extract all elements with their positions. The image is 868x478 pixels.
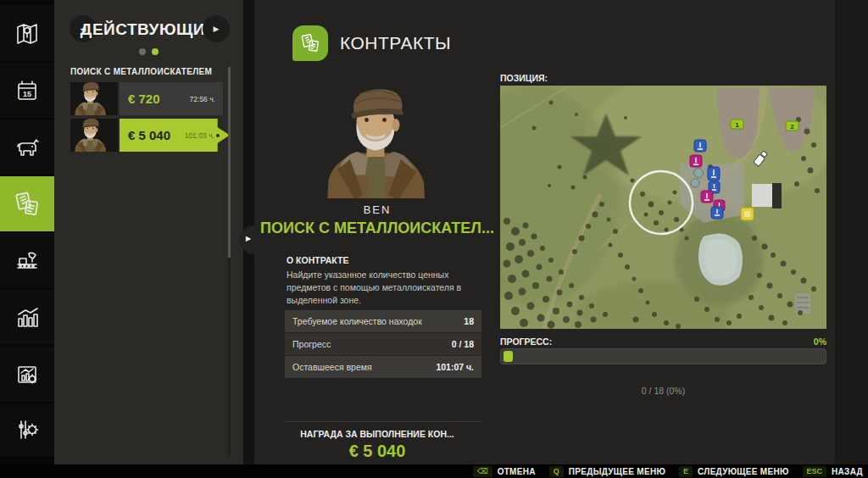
sidebar-item-calendar[interactable]: 15: [0, 63, 54, 118]
detail-value: 0 / 18: [452, 339, 474, 349]
marker-blue: [711, 207, 723, 219]
cow-icon: [13, 133, 42, 162]
detail-label: Прогресс: [292, 339, 452, 349]
detail-value: 18: [464, 316, 474, 326]
svg-text:1: 1: [735, 121, 738, 129]
progress-label: ПРОГРЕСС:: [500, 336, 552, 347]
marker-blue: [694, 140, 706, 152]
table-row: Прогресс 0 / 18: [285, 333, 481, 355]
hint-back[interactable]: ESC НАЗАД: [803, 466, 863, 477]
table-row: Требуемое количество находок 18: [285, 310, 481, 332]
progress-percent: 0%: [742, 336, 826, 347]
hint-previous-menu[interactable]: Q ПРЕДЫДУЩЕЕ МЕНЮ: [549, 466, 665, 477]
contract-time-left: 101:03 ч.: [185, 131, 214, 140]
contract-title: ПОИСК С МЕТАЛЛОИСКАТЕЛ...: [254, 220, 500, 237]
production-icon: [13, 247, 42, 275]
sidebar-item-map[interactable]: [0, 6, 54, 61]
sidebar-item-contracts[interactable]: [0, 176, 54, 231]
contract-detail-panel: ▶ КОНТРАКТЫ BEN ПОИСК С МЕТАЛЛОИСКАТЕЛ..…: [254, 0, 868, 464]
calendar-icon: 15: [13, 76, 42, 105]
hint-cancel[interactable]: ⌫ ОТМЕНА: [473, 466, 536, 477]
page-title: КОНТРАКТЫ: [340, 33, 451, 53]
esc-key-icon: ESC: [803, 466, 827, 477]
silo-dot: [691, 179, 699, 187]
detail-value: 101:07 ч.: [436, 362, 474, 372]
field-badge-1: 1: [731, 119, 743, 129]
about-heading: О КОНТРАКТЕ: [287, 255, 348, 265]
contract-map: 1 2: [500, 86, 826, 329]
next-category-button[interactable]: ▶: [203, 15, 230, 42]
detail-label: Оставшееся время: [292, 362, 436, 372]
reward-heading: НАГРАДА ЗА ВЫПОЛНЕНИЕ КОН...: [254, 429, 500, 439]
e-key-icon: E: [679, 466, 693, 477]
backspace-key-icon: ⌫: [473, 466, 492, 477]
silo-dot: [694, 169, 704, 178]
detail-label: Требуемое количество находок: [292, 316, 464, 326]
hint-label: СЛЕДУЮЩЕЕ МЕНЮ: [698, 467, 788, 476]
page-dot: [139, 48, 146, 55]
list-header: ◀ ДЕЙСТВУЮЩИЙ ▶: [54, 14, 243, 46]
sidebar-item-statistics[interactable]: [0, 290, 54, 345]
marker-magenta: [701, 191, 713, 203]
chevron-right-icon: ▶: [246, 235, 251, 242]
page-dot-active: [152, 48, 159, 55]
hint-label: НАЗАД: [832, 467, 863, 476]
map-icon: [13, 19, 42, 48]
reward-value: € 5 040: [254, 442, 500, 461]
list-scrollbar-thumb[interactable]: [228, 67, 231, 258]
contract-type-label: ПОИСК С МЕТАЛЛОИСКАТЕЛЕМ: [70, 67, 212, 76]
field-badge-2: 2: [786, 121, 798, 131]
npc-thumbnail: [70, 119, 118, 152]
statistics-icon: [13, 303, 42, 332]
progress-bar: [500, 348, 826, 364]
page-header: КОНТРАКТЫ: [292, 25, 451, 61]
marker-magenta: [690, 155, 702, 167]
sidebar-item-settings[interactable]: [0, 403, 54, 455]
contract-time-left: 72:56 ч.: [190, 95, 215, 103]
svg-text:15: 15: [23, 90, 31, 98]
contract-list-panel: ◀ ДЕЙСТВУЮЩИЙ ▶ ПОИСК С МЕТАЛЛОИСКАТЕЛЕМ…: [54, 0, 243, 464]
npc-thumbnail: [70, 82, 118, 115]
hint-label: ПРЕДЫДУЩЕЕ МЕНЮ: [569, 467, 665, 476]
contract-list-item-selected[interactable]: € 5 040 101:03 ч.: [70, 119, 230, 152]
prices-icon: [13, 360, 42, 389]
panel-right-shade: [835, 0, 868, 464]
sidebar-item-production[interactable]: [0, 233, 54, 288]
contracts-screen: 15: [0, 0, 868, 478]
position-label: ПОЗИЦИЯ:: [500, 73, 548, 83]
settings-icon: [13, 415, 42, 444]
svg-text:2: 2: [790, 123, 793, 131]
sidebar-item-animals[interactable]: [0, 119, 54, 175]
marker-blue: [708, 167, 720, 181]
npc-name: BEN: [254, 203, 500, 216]
contract-details-table: Требуемое количество находок 18 Прогресс…: [285, 310, 481, 379]
progress-bar-fill: [504, 351, 513, 362]
q-key-icon: Q: [549, 466, 564, 477]
divider: [285, 421, 481, 422]
list-scrollbar: [228, 67, 231, 457]
about-text: Найдите указанное количество ценных пред…: [287, 269, 488, 308]
contract-list-item[interactable]: € 720 72:56 ч.: [70, 82, 223, 115]
hint-label: ОТМЕНА: [498, 467, 536, 476]
contracts-page-icon: [292, 25, 328, 61]
hint-next-menu[interactable]: E СЛЕДУЮЩЕЕ МЕНЮ: [679, 466, 789, 477]
contract-reward: € 5 040: [128, 128, 185, 142]
npc-portrait: [312, 78, 439, 198]
marker-yellow: [741, 208, 754, 220]
progress-caption: 0 / 18 (0%): [500, 386, 826, 396]
contract-reward: € 720: [128, 92, 190, 106]
page-dots: [54, 48, 243, 55]
sidebar: 15: [0, 0, 54, 464]
sidebar-item-prices[interactable]: [0, 347, 54, 402]
key-hint-bar: ⌫ ОТМЕНА Q ПРЕДЫДУЩЕЕ МЕНЮ E СЛЕДУЮЩЕЕ М…: [0, 464, 868, 478]
contracts-icon: [13, 190, 42, 219]
table-row: Оставшееся время 101:07 ч.: [285, 356, 481, 378]
